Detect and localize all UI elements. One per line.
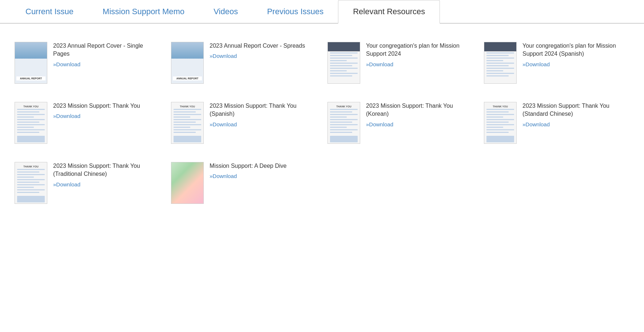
resource-item-res-8: 2023 Mission Support: Thank You (Standar…	[484, 102, 629, 144]
resource-download-res-10[interactable]: »Download	[210, 173, 237, 179]
resource-item-res-9: 2023 Mission Support: Thank You (Traditi…	[15, 162, 160, 204]
resource-item-res-6: 2023 Mission Support: Thank You (Spanish…	[171, 102, 317, 144]
tabs-container: Current IssueMission Support MemoVideosP…	[0, 0, 644, 24]
resource-download-res-5[interactable]: »Download	[53, 113, 80, 119]
resource-title-res-8: 2023 Mission Support: Thank You (Standar…	[522, 102, 629, 118]
resource-thumbnail-res-7	[327, 102, 360, 144]
resource-item-res-2: 2023 Annual Report Cover - Spreads»Downl…	[171, 42, 317, 84]
resource-thumbnail-res-8	[484, 102, 517, 144]
resource-download-res-4[interactable]: »Download	[522, 61, 550, 67]
resource-info-res-10: Mission Support: A Deep Dive»Download	[210, 162, 317, 179]
resource-thumbnail-res-10	[171, 162, 204, 204]
resource-info-res-3: Your congregation's plan for Mission Sup…	[366, 42, 473, 68]
resource-info-res-7: 2023 Mission Support: Thank You (Korean)…	[366, 102, 473, 128]
resource-download-res-2[interactable]: »Download	[210, 53, 237, 59]
resource-thumbnail-res-1	[15, 42, 47, 84]
resource-title-res-3: Your congregation's plan for Mission Sup…	[366, 42, 473, 58]
resource-thumbnail-res-3	[327, 42, 360, 84]
resource-item-res-1: 2023 Annual Report Cover - Single Pages»…	[15, 42, 160, 84]
resource-thumbnail-res-6	[171, 102, 204, 144]
resource-item-res-7: 2023 Mission Support: Thank You (Korean)…	[327, 102, 473, 144]
resource-title-res-10: Mission Support: A Deep Dive	[210, 162, 317, 170]
resource-item-res-4: Your congregation's plan for Mission Sup…	[484, 42, 629, 84]
resource-download-res-6[interactable]: »Download	[210, 121, 237, 127]
resources-grid: 2023 Annual Report Cover - Single Pages»…	[15, 42, 629, 204]
resource-info-res-9: 2023 Mission Support: Thank You (Traditi…	[53, 162, 160, 188]
resource-download-res-7[interactable]: »Download	[366, 121, 393, 127]
tab-relevant-resources[interactable]: Relevant Resources	[338, 0, 440, 24]
tab-previous-issues[interactable]: Previous Issues	[253, 0, 338, 23]
resource-title-res-7: 2023 Mission Support: Thank You (Korean)	[366, 102, 473, 118]
content-area: 2023 Annual Report Cover - Single Pages»…	[0, 35, 644, 218]
tab-current-issue[interactable]: Current Issue	[11, 0, 88, 23]
resource-info-res-6: 2023 Mission Support: Thank You (Spanish…	[210, 102, 317, 128]
resource-thumbnail-res-5	[15, 102, 47, 144]
resource-title-res-5: 2023 Mission Support: Thank You	[53, 102, 160, 110]
resource-item-res-3: Your congregation's plan for Mission Sup…	[327, 42, 473, 84]
tab-videos[interactable]: Videos	[199, 0, 253, 23]
resource-download-res-3[interactable]: »Download	[366, 61, 393, 67]
resource-thumbnail-res-2	[171, 42, 204, 84]
resource-title-res-4: Your congregation's plan for Mission Sup…	[522, 42, 629, 58]
resource-info-res-4: Your congregation's plan for Mission Sup…	[522, 42, 629, 68]
resource-thumbnail-res-4	[484, 42, 517, 84]
resource-thumbnail-res-9	[15, 162, 47, 204]
resource-info-res-2: 2023 Annual Report Cover - Spreads»Downl…	[210, 42, 317, 59]
resource-title-res-2: 2023 Annual Report Cover - Spreads	[210, 42, 317, 50]
resource-info-res-8: 2023 Mission Support: Thank You (Standar…	[522, 102, 629, 128]
resource-item-res-10: Mission Support: A Deep Dive»Download	[171, 162, 317, 204]
tab-mission-support-memo[interactable]: Mission Support Memo	[88, 0, 199, 23]
resource-info-res-1: 2023 Annual Report Cover - Single Pages»…	[53, 42, 160, 68]
resource-download-res-1[interactable]: »Download	[53, 61, 80, 67]
resource-item-res-5: 2023 Mission Support: Thank You»Download	[15, 102, 160, 144]
resource-info-res-5: 2023 Mission Support: Thank You»Download	[53, 102, 160, 119]
resource-download-res-9[interactable]: »Download	[53, 181, 80, 187]
resource-title-res-1: 2023 Annual Report Cover - Single Pages	[53, 42, 160, 58]
resource-download-res-8[interactable]: »Download	[522, 121, 550, 127]
resource-title-res-6: 2023 Mission Support: Thank You (Spanish…	[210, 102, 317, 118]
resource-title-res-9: 2023 Mission Support: Thank You (Traditi…	[53, 162, 160, 178]
